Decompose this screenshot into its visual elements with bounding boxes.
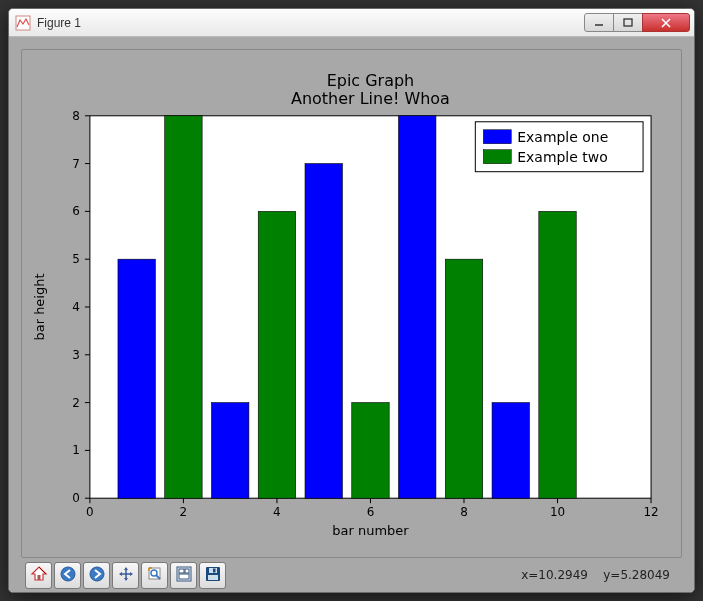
svg-text:10: 10 — [550, 505, 565, 519]
svg-text:Epic Graph: Epic Graph — [327, 71, 415, 90]
svg-rect-52 — [483, 130, 511, 144]
svg-text:4: 4 — [72, 300, 80, 314]
svg-rect-66 — [185, 569, 189, 573]
svg-rect-67 — [179, 574, 189, 579]
coord-x: x=10.2949 — [521, 568, 588, 582]
svg-text:8: 8 — [460, 505, 468, 519]
pan-button[interactable] — [112, 562, 139, 589]
svg-text:2: 2 — [180, 505, 188, 519]
svg-text:6: 6 — [72, 204, 80, 218]
svg-rect-45 — [445, 259, 482, 498]
svg-text:Example two: Example two — [517, 149, 608, 165]
subplots-icon — [175, 565, 193, 586]
nav-toolbar: x=10.2949 y=5.28049 — [21, 558, 682, 592]
svg-rect-65 — [179, 569, 184, 573]
home-button[interactable] — [25, 562, 52, 589]
svg-rect-70 — [213, 568, 216, 572]
save-icon — [204, 565, 222, 586]
svg-point-57 — [61, 567, 75, 581]
svg-rect-44 — [352, 403, 389, 499]
window-title: Figure 1 — [37, 16, 585, 30]
svg-rect-2 — [624, 19, 632, 26]
svg-rect-41 — [492, 403, 529, 499]
svg-text:Example one: Example one — [517, 129, 608, 145]
svg-text:2: 2 — [72, 396, 80, 410]
svg-text:0: 0 — [86, 505, 94, 519]
back-button[interactable] — [54, 562, 81, 589]
window-controls — [585, 13, 690, 32]
minimize-button[interactable] — [584, 13, 614, 32]
svg-text:bar number: bar number — [332, 523, 409, 538]
subplots-button[interactable] — [170, 562, 197, 589]
svg-text:0: 0 — [72, 491, 80, 505]
svg-rect-37 — [118, 259, 155, 498]
svg-rect-54 — [483, 150, 511, 164]
forward-button[interactable] — [83, 562, 110, 589]
home-icon — [30, 565, 48, 586]
zoom-icon — [146, 565, 164, 586]
svg-text:3: 3 — [72, 348, 80, 362]
svg-rect-43 — [258, 211, 295, 498]
cursor-coords: x=10.2949 y=5.28049 — [521, 568, 670, 582]
zoom-button[interactable] — [141, 562, 168, 589]
svg-text:7: 7 — [72, 157, 80, 171]
svg-rect-56 — [37, 575, 40, 580]
arrow-left-icon — [59, 565, 77, 586]
svg-text:8: 8 — [72, 109, 80, 123]
figure-content: 024681012012345678Epic GraphAnother Line… — [9, 37, 694, 592]
svg-rect-39 — [305, 164, 342, 499]
coord-y: y=5.28049 — [603, 568, 670, 582]
svg-text:12: 12 — [643, 505, 658, 519]
app-icon — [15, 15, 31, 31]
close-button[interactable] — [642, 13, 690, 32]
save-button[interactable] — [199, 562, 226, 589]
svg-rect-46 — [539, 211, 576, 498]
chart-canvas[interactable]: 024681012012345678Epic GraphAnother Line… — [22, 50, 681, 557]
svg-text:bar height: bar height — [32, 274, 47, 341]
titlebar[interactable]: Figure 1 — [9, 9, 694, 37]
svg-rect-42 — [165, 116, 202, 498]
plot-panel[interactable]: 024681012012345678Epic GraphAnother Line… — [21, 49, 682, 558]
svg-text:5: 5 — [72, 252, 80, 266]
svg-rect-40 — [399, 116, 436, 498]
figure-window: Figure 1 024681012012345678Epic GraphAno… — [8, 8, 695, 593]
maximize-button[interactable] — [613, 13, 643, 32]
svg-point-58 — [90, 567, 104, 581]
svg-text:4: 4 — [273, 505, 281, 519]
move-icon — [117, 565, 135, 586]
arrow-right-icon — [88, 565, 106, 586]
svg-text:1: 1 — [72, 443, 80, 457]
svg-text:Another Line! Whoa: Another Line! Whoa — [291, 89, 450, 108]
svg-rect-71 — [208, 575, 218, 580]
svg-text:6: 6 — [367, 505, 375, 519]
svg-rect-38 — [211, 403, 248, 499]
